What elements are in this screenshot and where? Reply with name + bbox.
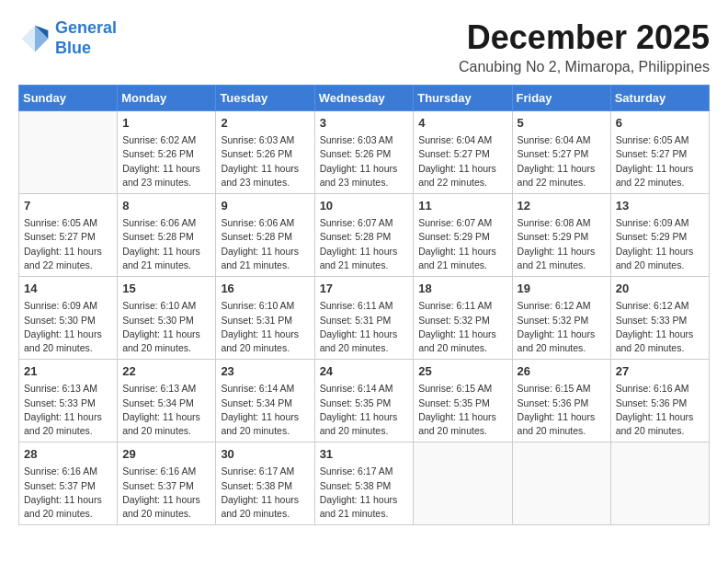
day-number: 17	[320, 281, 409, 297]
day-cell: 7Sunrise: 6:05 AM Sunset: 5:27 PM Daylig…	[19, 194, 118, 277]
day-cell: 24Sunrise: 6:14 AM Sunset: 5:35 PM Dayli…	[314, 360, 414, 442]
day-cell: 2Sunrise: 6:03 AM Sunset: 5:26 PM Daylig…	[216, 111, 314, 194]
day-cell: 21Sunrise: 6:13 AM Sunset: 5:33 PM Dayli…	[19, 360, 118, 442]
logo-text: General Blue	[55, 18, 117, 58]
logo-line1: General	[55, 18, 117, 37]
day-number: 11	[418, 198, 506, 214]
day-info: Sunrise: 6:10 AM Sunset: 5:31 PM Dayligh…	[221, 299, 309, 355]
day-number: 29	[122, 446, 210, 463]
weekday-wednesday: Wednesday	[314, 86, 414, 111]
day-number: 16	[221, 281, 309, 297]
day-number: 14	[24, 281, 112, 297]
logo: General Blue	[18, 18, 117, 58]
day-info: Sunrise: 6:12 AM Sunset: 5:32 PM Dayligh…	[518, 299, 606, 355]
day-number: 10	[320, 198, 409, 214]
day-number: 12	[518, 198, 606, 214]
day-info: Sunrise: 6:14 AM Sunset: 5:34 PM Dayligh…	[221, 382, 309, 438]
location: Canubing No 2, Mimaropa, Philippines	[459, 59, 710, 75]
day-cell: 28Sunrise: 6:16 AM Sunset: 5:37 PM Dayli…	[19, 442, 118, 525]
day-number: 30	[221, 446, 309, 463]
day-number: 24	[320, 363, 409, 380]
day-number: 13	[616, 198, 704, 214]
day-info: Sunrise: 6:13 AM Sunset: 5:33 PM Dayligh…	[24, 382, 112, 438]
day-info: Sunrise: 6:14 AM Sunset: 5:35 PM Dayligh…	[320, 382, 409, 438]
day-number: 1	[122, 115, 210, 132]
weekday-saturday: Saturday	[610, 86, 709, 111]
weekday-header-row: SundayMondayTuesdayWednesdayThursdayFrid…	[19, 86, 710, 111]
day-number: 22	[122, 363, 210, 380]
day-cell: 16Sunrise: 6:10 AM Sunset: 5:31 PM Dayli…	[216, 277, 314, 360]
week-row-2: 7Sunrise: 6:05 AM Sunset: 5:27 PM Daylig…	[19, 194, 710, 277]
day-cell: 3Sunrise: 6:03 AM Sunset: 5:26 PM Daylig…	[314, 111, 414, 194]
day-info: Sunrise: 6:12 AM Sunset: 5:33 PM Dayligh…	[616, 299, 704, 355]
day-info: Sunrise: 6:04 AM Sunset: 5:27 PM Dayligh…	[518, 133, 606, 190]
day-cell: 19Sunrise: 6:12 AM Sunset: 5:32 PM Dayli…	[512, 277, 610, 360]
day-number: 31	[320, 446, 409, 463]
day-number: 21	[24, 363, 112, 380]
week-row-5: 28Sunrise: 6:16 AM Sunset: 5:37 PM Dayli…	[19, 442, 710, 525]
day-cell: 17Sunrise: 6:11 AM Sunset: 5:31 PM Dayli…	[314, 277, 414, 360]
day-info: Sunrise: 6:13 AM Sunset: 5:34 PM Dayligh…	[122, 382, 210, 438]
day-info: Sunrise: 6:11 AM Sunset: 5:32 PM Dayligh…	[418, 299, 506, 355]
day-number: 5	[518, 115, 606, 132]
day-cell: 4Sunrise: 6:04 AM Sunset: 5:27 PM Daylig…	[414, 111, 512, 194]
day-number: 23	[221, 363, 309, 380]
day-cell: 30Sunrise: 6:17 AM Sunset: 5:38 PM Dayli…	[216, 442, 314, 525]
day-info: Sunrise: 6:04 AM Sunset: 5:27 PM Dayligh…	[418, 133, 506, 190]
day-info: Sunrise: 6:09 AM Sunset: 5:29 PM Dayligh…	[616, 216, 704, 272]
weekday-friday: Friday	[512, 86, 610, 111]
day-cell: 8Sunrise: 6:06 AM Sunset: 5:28 PM Daylig…	[118, 194, 216, 277]
day-info: Sunrise: 6:06 AM Sunset: 5:28 PM Dayligh…	[221, 216, 309, 272]
day-cell	[414, 442, 512, 525]
day-number: 3	[320, 115, 409, 132]
day-number: 7	[24, 198, 112, 214]
day-cell: 23Sunrise: 6:14 AM Sunset: 5:34 PM Dayli…	[216, 360, 314, 442]
weekday-thursday: Thursday	[414, 86, 512, 111]
day-cell: 14Sunrise: 6:09 AM Sunset: 5:30 PM Dayli…	[19, 277, 118, 360]
calendar: SundayMondayTuesdayWednesdayThursdayFrid…	[18, 85, 710, 525]
weekday-sunday: Sunday	[19, 86, 118, 111]
day-cell: 25Sunrise: 6:15 AM Sunset: 5:35 PM Dayli…	[414, 360, 512, 442]
week-row-3: 14Sunrise: 6:09 AM Sunset: 5:30 PM Dayli…	[19, 277, 710, 360]
day-info: Sunrise: 6:16 AM Sunset: 5:37 PM Dayligh…	[122, 465, 210, 521]
logo-icon	[18, 22, 51, 55]
day-number: 28	[24, 446, 112, 463]
weekday-tuesday: Tuesday	[216, 86, 314, 111]
header: General Blue December 2025 Canubing No 2…	[18, 18, 710, 75]
day-info: Sunrise: 6:17 AM Sunset: 5:38 PM Dayligh…	[221, 465, 309, 521]
day-info: Sunrise: 6:15 AM Sunset: 5:35 PM Dayligh…	[418, 382, 506, 438]
day-cell	[19, 111, 118, 194]
day-cell: 1Sunrise: 6:02 AM Sunset: 5:26 PM Daylig…	[118, 111, 216, 194]
day-info: Sunrise: 6:17 AM Sunset: 5:38 PM Dayligh…	[320, 465, 409, 521]
day-cell: 6Sunrise: 6:05 AM Sunset: 5:27 PM Daylig…	[610, 111, 709, 194]
day-info: Sunrise: 6:07 AM Sunset: 5:28 PM Dayligh…	[320, 216, 409, 272]
week-row-1: 1Sunrise: 6:02 AM Sunset: 5:26 PM Daylig…	[19, 111, 710, 194]
day-number: 4	[418, 115, 506, 132]
day-number: 6	[616, 115, 704, 132]
day-cell: 18Sunrise: 6:11 AM Sunset: 5:32 PM Dayli…	[414, 277, 512, 360]
day-info: Sunrise: 6:16 AM Sunset: 5:37 PM Dayligh…	[24, 465, 112, 521]
day-info: Sunrise: 6:10 AM Sunset: 5:30 PM Dayligh…	[122, 299, 210, 355]
day-number: 26	[518, 363, 606, 380]
day-number: 20	[616, 281, 704, 297]
day-number: 15	[122, 281, 210, 297]
day-info: Sunrise: 6:09 AM Sunset: 5:30 PM Dayligh…	[24, 299, 112, 355]
day-cell: 15Sunrise: 6:10 AM Sunset: 5:30 PM Dayli…	[118, 277, 216, 360]
day-cell: 13Sunrise: 6:09 AM Sunset: 5:29 PM Dayli…	[610, 194, 709, 277]
day-info: Sunrise: 6:02 AM Sunset: 5:26 PM Dayligh…	[122, 133, 210, 190]
day-number: 25	[418, 363, 506, 380]
title-area: December 2025 Canubing No 2, Mimaropa, P…	[459, 18, 710, 75]
day-info: Sunrise: 6:07 AM Sunset: 5:29 PM Dayligh…	[418, 216, 506, 272]
day-number: 18	[418, 281, 506, 297]
day-cell: 5Sunrise: 6:04 AM Sunset: 5:27 PM Daylig…	[512, 111, 610, 194]
day-cell: 11Sunrise: 6:07 AM Sunset: 5:29 PM Dayli…	[414, 194, 512, 277]
day-cell: 12Sunrise: 6:08 AM Sunset: 5:29 PM Dayli…	[512, 194, 610, 277]
week-row-4: 21Sunrise: 6:13 AM Sunset: 5:33 PM Dayli…	[19, 360, 710, 442]
day-cell: 27Sunrise: 6:16 AM Sunset: 5:36 PM Dayli…	[610, 360, 709, 442]
day-cell	[512, 442, 610, 525]
day-cell: 10Sunrise: 6:07 AM Sunset: 5:28 PM Dayli…	[314, 194, 414, 277]
day-number: 2	[221, 115, 309, 132]
day-info: Sunrise: 6:06 AM Sunset: 5:28 PM Dayligh…	[122, 216, 210, 272]
day-cell: 20Sunrise: 6:12 AM Sunset: 5:33 PM Dayli…	[610, 277, 709, 360]
day-cell: 9Sunrise: 6:06 AM Sunset: 5:28 PM Daylig…	[216, 194, 314, 277]
